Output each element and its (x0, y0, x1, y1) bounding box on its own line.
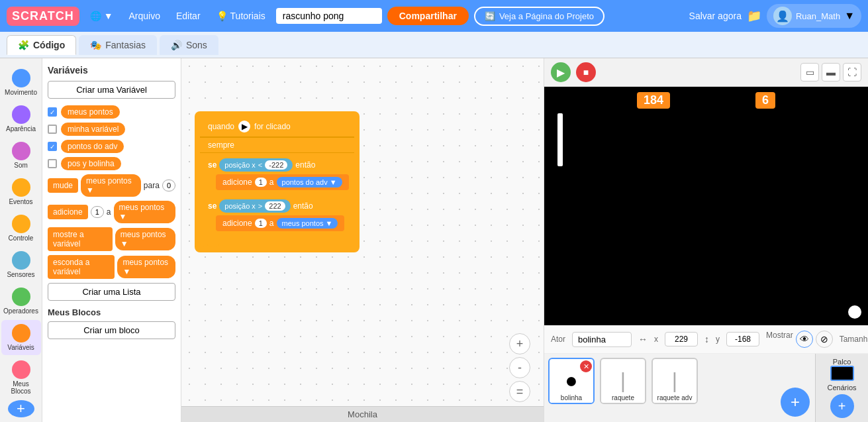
large-stage-button[interactable]: ▬ (822, 63, 840, 81)
sidebar-item-som[interactable]: Som (1, 138, 41, 173)
movimento-dot (12, 69, 30, 87)
block-adicione-var-dropdown[interactable]: meus pontos ▼ (114, 201, 175, 223)
event-text: quando (208, 122, 234, 131)
block-group-main[interactable]: quando ▶ for clicado sempre se posição x… (195, 111, 360, 252)
stage-area: ▶ ■ ▭ ▬ ⛶ 184 6 Ator ↔ x ↕ (544, 58, 868, 422)
y-input[interactable] (726, 332, 759, 346)
save-button[interactable]: Salvar agora (689, 11, 742, 21)
sidebar-item-controle[interactable]: Controle (1, 211, 41, 246)
my-blocks-title: Meus Blocos (48, 307, 175, 317)
raquete-sprite-icon: | (620, 368, 626, 393)
create-variable-button[interactable]: Criar uma Variável (48, 81, 175, 99)
tab-costumes[interactable]: 🎭 Fantasias (79, 35, 157, 55)
sprite-thumb-raquete[interactable]: | raquete (600, 358, 646, 404)
add-sprite-button[interactable]: + (781, 388, 810, 417)
sidebar-item-meus-blocos[interactable]: Meus Blocos (1, 356, 41, 399)
block-esconda-var-dropdown[interactable]: meus pontos ▼ (117, 256, 175, 278)
forever-block[interactable]: sempre (200, 138, 354, 153)
zoom-out-button[interactable]: - (509, 357, 530, 378)
tutoriais-icon: 💡 (217, 11, 228, 21)
var-checkbox-pos-y-bolinha[interactable] (48, 159, 57, 168)
block-adicione[interactable]: adicione (48, 205, 88, 219)
code-tab-label: Código (33, 40, 65, 50)
if1-cond-val[interactable]: -222 (265, 160, 287, 170)
add-scene-button[interactable]: + (830, 394, 854, 418)
green-flag-button[interactable]: ▶ (551, 62, 571, 82)
var-checkbox-meus-pontos[interactable] (48, 107, 57, 117)
if1-action-var[interactable]: pontos do adv ▼ (277, 177, 342, 187)
sprite-name-input[interactable] (572, 332, 632, 347)
if2-cond-val[interactable]: 222 (265, 201, 285, 211)
block-mude[interactable]: mude (48, 178, 78, 193)
fullscreen-button[interactable]: ⛶ (843, 63, 861, 81)
globe-chevron: ▼ (104, 11, 113, 21)
project-name-input[interactable] (276, 8, 382, 24)
stage-mini-thumb[interactable] (830, 366, 854, 381)
operadores-dot (12, 288, 30, 306)
var-checkbox-pontos-adv[interactable] (48, 142, 57, 151)
sidebar-item-variaveis[interactable]: Variáveis (1, 320, 41, 355)
block-mostre-var-dropdown[interactable]: meus pontos ▼ (115, 228, 175, 250)
zoom-reset-button[interactable]: = (509, 381, 530, 402)
add-extension-button[interactable]: + (8, 400, 34, 417)
sidebar: Movimento Aparência Som Eventos Controle… (0, 58, 42, 422)
stop-button[interactable]: ■ (576, 62, 596, 82)
create-block-button[interactable]: Criar um bloco (48, 321, 175, 339)
small-stage-button[interactable]: ▭ (800, 63, 819, 81)
x-icon: ↔ (638, 334, 648, 344)
sidebar-item-operadores[interactable]: Operadores (1, 284, 41, 319)
view-page-button[interactable]: 🔄 Veja a Página do Projeto (474, 7, 604, 26)
if2-action[interactable]: adicione 1 a meus pontos ▼ (216, 215, 344, 231)
share-button[interactable]: Compartilhar (387, 7, 469, 25)
tamanho-label: Tamanho (840, 335, 868, 344)
show-eye-button[interactable]: 👁 (796, 331, 813, 348)
tab-code[interactable]: 🧩 Código (7, 35, 76, 55)
delete-bolinha-icon[interactable]: ✕ (580, 360, 592, 372)
event-block[interactable]: quando ▶ for clicado (200, 117, 354, 138)
if1-action-num[interactable]: 1 (255, 178, 267, 187)
sprite-thumb-raquete-adv[interactable]: | raquete adv (651, 358, 698, 404)
var-item-meus-pontos: meus pontos (48, 105, 175, 119)
arquivo-button[interactable]: Arquivo (124, 8, 166, 24)
var-block-pos-y-bolinha[interactable]: pos y bolinha (61, 157, 121, 170)
if2-action-var[interactable]: meus pontos ▼ (277, 218, 338, 229)
if2-action-num[interactable]: 1 (255, 219, 267, 228)
if2-cond-op: > (258, 202, 262, 210)
editar-button[interactable]: Editar (171, 8, 206, 24)
if-block-1[interactable]: se posição x < -222 então adicione 1 a (203, 154, 352, 194)
mochila-bar[interactable]: Mochila (181, 406, 544, 422)
var-block-minha-variavel[interactable]: minha variável (61, 123, 125, 136)
sidebar-item-movimento[interactable]: Movimento (1, 65, 41, 100)
block-meus-pontos-dropdown[interactable]: meus pontos ▼ (81, 174, 141, 197)
if-block-2[interactable]: se posição x > 222 então adicione 1 a (203, 195, 352, 235)
x-input[interactable] (665, 332, 698, 346)
code-tab-icon: 🧩 (18, 40, 29, 50)
sprite-thumb-bolinha[interactable]: ✕ ● bolinha (548, 358, 595, 404)
som-dot (12, 142, 30, 160)
tab-sounds[interactable]: 🔊 Sons (160, 35, 218, 55)
folder-icon[interactable]: 📁 (747, 9, 761, 23)
hide-button[interactable]: ⊘ (816, 331, 833, 348)
block-adicione-num[interactable]: 1 (91, 206, 104, 218)
y-label: y (716, 335, 720, 344)
tutoriais-button[interactable]: 💡 Tutoriais (211, 8, 271, 24)
add-scene-icon[interactable]: + (830, 394, 854, 418)
user-area[interactable]: 👤 Ruan_Math ▼ (767, 4, 861, 28)
if2-condition[interactable]: posição x > 222 (219, 199, 290, 213)
block-mostre-variavel[interactable]: mostre a variável (48, 227, 113, 251)
block-val-0[interactable]: 0 (162, 180, 175, 191)
zoom-in-button[interactable]: + (509, 333, 530, 354)
scratch-logo[interactable]: SCRATCH (7, 7, 79, 26)
sidebar-item-aparencia[interactable]: Aparência (1, 101, 41, 136)
sidebar-item-eventos[interactable]: Eventos (1, 174, 41, 209)
sidebar-item-sensores[interactable]: Sensores (1, 247, 41, 282)
block-esconda-variavel[interactable]: esconda a variável (48, 255, 115, 279)
if1-action[interactable]: adicione 1 a pontos do adv ▼ (216, 174, 349, 190)
create-list-button[interactable]: Criar uma Lista (48, 283, 175, 301)
main-area: Movimento Aparência Som Eventos Controle… (0, 58, 868, 422)
globe-button[interactable]: 🌐 ▼ (85, 8, 119, 24)
var-block-pontos-adv[interactable]: pontos do adv (61, 140, 124, 153)
var-block-meus-pontos[interactable]: meus pontos (61, 105, 120, 119)
var-checkbox-minha-variavel[interactable] (48, 125, 57, 134)
if1-condition[interactable]: posição x < -222 (219, 158, 293, 172)
